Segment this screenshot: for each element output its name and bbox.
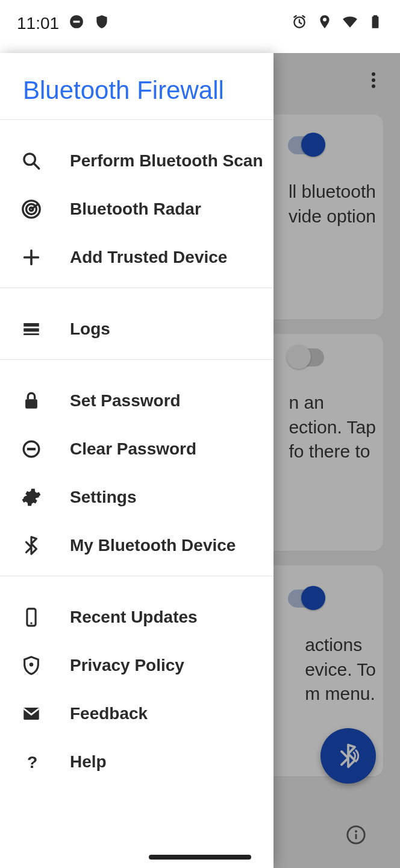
bluetooth-icon [20, 535, 42, 556]
status-right [292, 14, 383, 34]
search-icon [20, 150, 42, 172]
status-left: 11:01 [17, 14, 110, 34]
menu-label: Privacy Policy [70, 656, 184, 675]
svg-line-8 [34, 163, 39, 169]
wifi-icon [342, 14, 358, 34]
status-bar: 11:01 [0, 0, 400, 53]
menu-label: Recent Updates [70, 608, 198, 627]
menu-item-updates[interactable]: Recent Updates [0, 582, 273, 641]
menu-label: Set Password [70, 391, 181, 410]
menu-label: Perform Bluetooth Scan [70, 151, 263, 171]
clear-icon [20, 438, 42, 460]
menu-item-add-trusted[interactable]: Add Trusted Device [0, 233, 273, 281]
menu-item-settings[interactable]: Settings [0, 473, 273, 521]
svg-point-23 [30, 662, 34, 667]
lock-icon [20, 390, 42, 412]
phone-icon [20, 606, 42, 628]
shield-status-icon [94, 14, 110, 34]
menu-item-radar[interactable]: Bluetooth Radar [0, 185, 273, 233]
menu-item-set-password[interactable]: Set Password [0, 366, 273, 425]
svg-rect-1 [73, 20, 80, 22]
menu-item-my-device[interactable]: My Bluetooth Device [0, 521, 273, 570]
help-icon: ? [20, 751, 42, 773]
menu-label: Add Trusted Device [70, 248, 227, 267]
shield-icon [20, 655, 42, 676]
svg-rect-15 [23, 323, 39, 327]
menu-label: My Bluetooth Device [70, 536, 236, 555]
dnd-icon [69, 14, 84, 34]
svg-point-22 [30, 622, 32, 624]
menu-label: Feedback [70, 704, 148, 723]
menu-item-feedback[interactable]: Feedback [0, 690, 273, 738]
mail-icon [20, 703, 42, 725]
plus-icon [20, 247, 42, 268]
menu-label: Logs [70, 319, 110, 339]
svg-rect-16 [23, 329, 39, 332]
menu-label: Settings [70, 488, 136, 507]
radar-icon [20, 198, 42, 220]
menu-label: Bluetooth Radar [70, 200, 201, 219]
menu-item-clear-password[interactable]: Clear Password [0, 425, 273, 473]
gear-icon [20, 486, 42, 508]
logs-icon [20, 318, 42, 340]
menu-group-3: Recent Updates Privacy Policy Feedback ?… [0, 576, 273, 792]
status-time: 11:01 [17, 14, 59, 33]
menu-label: Clear Password [70, 439, 196, 459]
svg-rect-18 [25, 399, 37, 409]
gesture-handle[interactable] [149, 855, 251, 860]
alarm-icon [292, 14, 307, 34]
drawer-title: Bluetooth Firewall [0, 53, 273, 119]
battery-icon [367, 14, 383, 34]
menu-group-0: Perform Bluetooth Scan Bluetooth Radar A… [0, 120, 273, 288]
svg-rect-17 [23, 333, 39, 335]
menu-label: Help [70, 752, 107, 772]
svg-text:?: ? [27, 752, 37, 772]
menu-item-scan[interactable]: Perform Bluetooth Scan [0, 126, 273, 185]
location-icon [317, 14, 333, 34]
navigation-drawer: Bluetooth Firewall Perform Bluetooth Sca… [0, 53, 273, 868]
menu-group-1: Logs [0, 288, 273, 359]
menu-item-help[interactable]: ? Help [0, 738, 273, 786]
menu-item-privacy[interactable]: Privacy Policy [0, 641, 273, 690]
menu-group-2: Set Password Clear Password Settings My … [0, 360, 273, 576]
menu-item-logs[interactable]: Logs [0, 294, 273, 353]
